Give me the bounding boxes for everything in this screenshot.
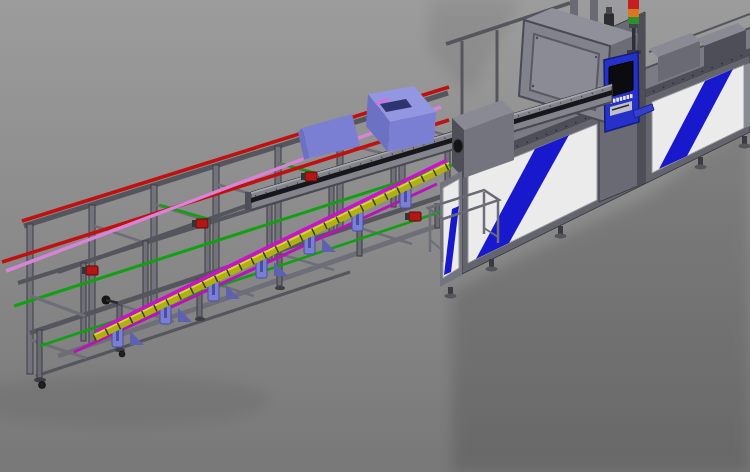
cad-render-stage [0,0,750,472]
tower-cap [629,24,638,28]
machine-foot-pad [695,165,707,170]
bracket-slot [164,306,167,318]
hood-screw [532,85,534,87]
front-post-1 [81,263,86,341]
hood-screw [595,56,597,58]
hmi-key [616,98,619,102]
hmi-key [620,97,623,101]
hmi-key [613,99,616,103]
caster-wheel [119,351,125,357]
gear-motor [305,172,317,181]
sensor-cylinder-cap [606,7,612,14]
front-post-2 [143,241,148,314]
rack-foot [195,317,205,321]
chuck-bore [453,139,463,153]
machine-foot-pad [555,234,567,239]
signal-light-green [628,17,639,24]
hmi-key [623,96,626,100]
cad-scene [0,0,750,472]
gear-motor-cap [192,220,196,227]
rack-foot [34,378,46,383]
gear-motor [409,212,421,221]
hmi-key [627,95,630,99]
rack-leg-5 [357,228,362,256]
machine-right-edge [744,63,750,128]
bracket-slot [356,213,359,225]
caster-wheel [39,382,46,389]
machine-foot-pad [486,267,498,272]
machine-foot-pad [445,294,457,299]
signal-light-amber [628,9,639,17]
gear-motor [196,219,208,228]
gear-motor-cap [405,213,409,220]
rack-foot [275,286,285,290]
bracket-slot [404,190,407,202]
gear-motor-cap [82,267,86,274]
gear-motor-cap [301,173,305,180]
tower-pole [632,26,636,52]
machine-foot-pad [739,144,750,149]
signal-light-red [628,0,639,9]
bracket-slot [212,283,215,295]
rack-leg-1 [37,330,42,378]
gear-motor [86,266,98,275]
rail-end-cap [245,192,251,210]
bracket-slot [260,260,263,272]
hmi-key [630,94,633,98]
hood-screw [536,37,538,39]
